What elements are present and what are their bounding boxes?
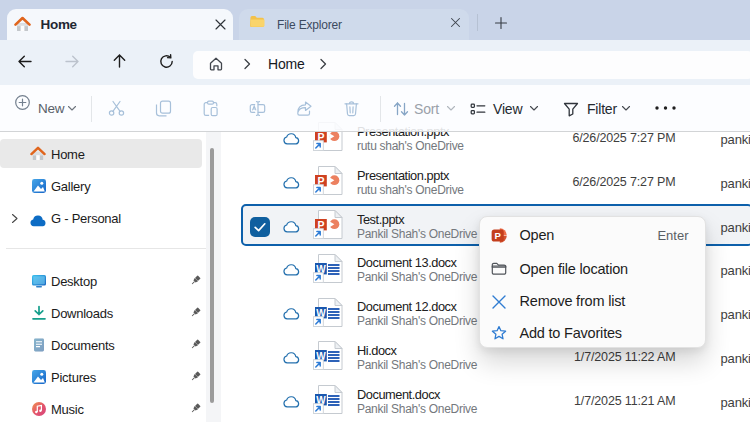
svg-text:P: P [494, 230, 501, 241]
